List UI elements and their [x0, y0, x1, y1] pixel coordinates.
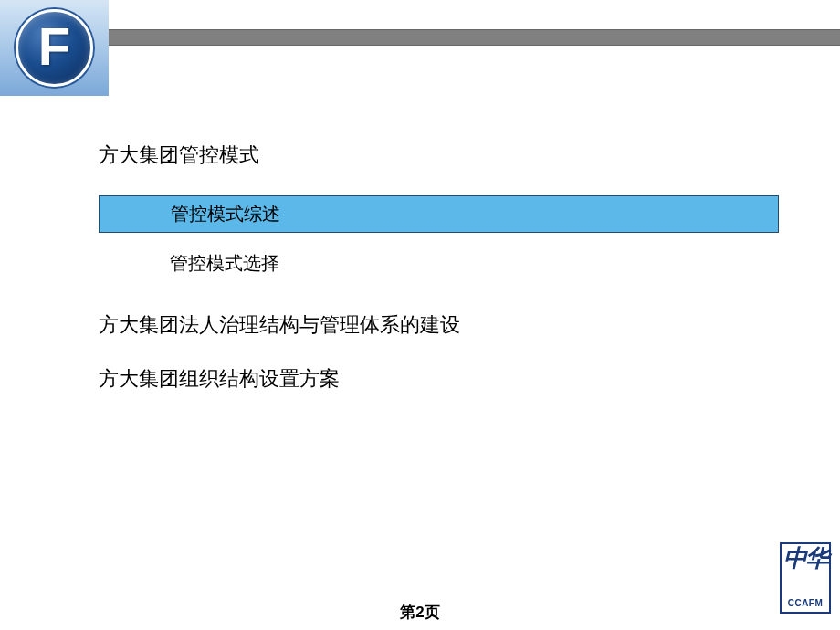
- outline-section-2-title: 方大集团法人治理结构与管理体系的建设: [99, 311, 785, 340]
- ccafm-chinese-text: 中华: [783, 546, 827, 571]
- outline-section-3-title: 方大集团组织结构设置方案: [99, 365, 785, 394]
- header-divider-bar: [109, 29, 840, 46]
- outline-section-1-title: 方大集团管控模式: [99, 142, 785, 170]
- logo-letter: F: [38, 16, 70, 77]
- outline-section-1-sub1-highlighted: 管控模式综述: [99, 195, 779, 233]
- page-number: 第2页: [0, 602, 840, 623]
- outline-section-1-sub2: 管控模式选择: [99, 249, 785, 277]
- company-logo: F: [16, 9, 93, 87]
- logo-container: F: [0, 0, 109, 96]
- slide-content: 方大集团管控模式 管控模式综述 管控模式选择 方大集团法人治理结构与管理体系的建…: [99, 142, 785, 418]
